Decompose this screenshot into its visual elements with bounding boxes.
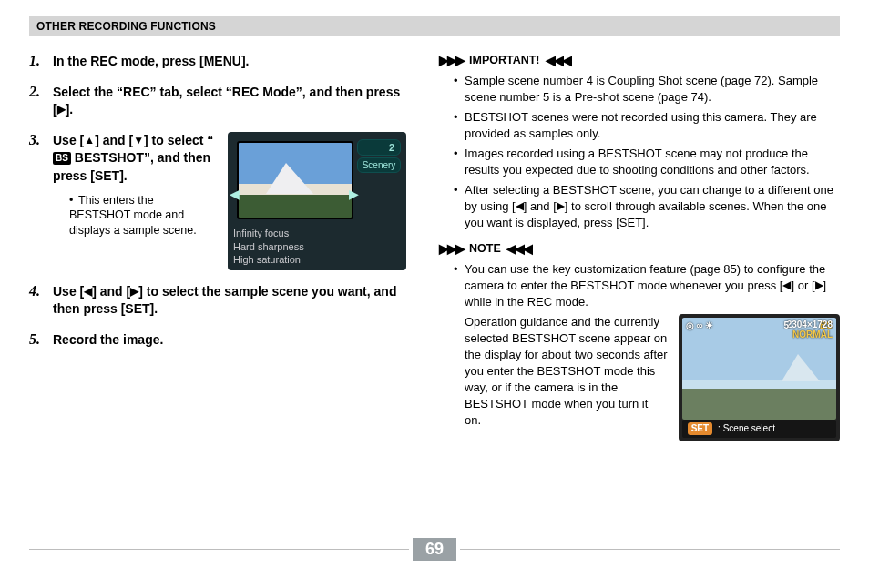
footer-rule-left (29, 549, 409, 550)
bullet-item: After selecting a BESTSHOT scene, you ca… (454, 182, 840, 231)
bullet-item: Sample scene number 4 is Coupling Shot s… (454, 73, 840, 106)
set-button-icon: SET (688, 422, 712, 435)
text: Use [ (53, 284, 84, 299)
sample-scene-thumbnail (237, 141, 353, 219)
text: You can use the key customization featur… (465, 261, 840, 310)
lcd-resolution: 2304×1728 NORMAL (787, 319, 833, 340)
text: ]. (66, 102, 74, 117)
right-column: ▶▶▶ IMPORTANT! ◀◀◀ Sample scene number 4… (439, 53, 840, 452)
bestshot-display-figure: ◎ ∞ ☀ BS 2304×1728 NORMAL 5 SET : Scene … (679, 314, 840, 441)
step-title: Select the “REC” tab, select “REC Mode”,… (53, 84, 406, 119)
heading-label: IMPORTANT! (469, 54, 540, 66)
right-arrow-icon: ▶ (57, 102, 66, 117)
scroll-right-icon: ▶ (349, 187, 359, 201)
bullet-item: You can use the key customization featur… (454, 261, 840, 441)
text: After selecting a BESTSHOT scene, you ca… (465, 183, 833, 229)
up-arrow-icon: ▲ (84, 133, 95, 148)
bestshot-lcd-figure: ◀ ▶ 2 Scenery Infinity focus Hard sharpn… (228, 132, 406, 270)
important-bullets: Sample scene number 4 is Coupling Shot s… (454, 73, 840, 230)
guide-text: : Scene select (718, 422, 775, 435)
right-arrow-icon: ▶ (130, 284, 138, 299)
text: ] or [ (791, 279, 814, 292)
step-1: 1. In the REC mode, press [MENU]. (29, 53, 406, 71)
step-sub-bullet: •This enters the BESTSHOT mode and displ… (69, 193, 217, 239)
bullet-item: Images recorded using a BESTSHOT scene m… (454, 146, 840, 178)
ornament-right-icon: ◀◀◀ (546, 53, 570, 67)
scene-name: Scenery (357, 157, 401, 173)
left-arrow-icon: ◀ (782, 278, 791, 293)
ornament-right-icon: ◀◀◀ (506, 241, 531, 256)
lcd-sidebar: 2 Scenery (357, 139, 401, 173)
text: Use [ (53, 133, 84, 147)
text: BESTSHOT”, and then press [SET]. (53, 150, 210, 183)
ornament-left-icon: ▶▶▶ (439, 53, 464, 67)
mode-icons: ◎ ∞ ☀ (686, 319, 714, 332)
step-title: Use [◀] and [▶] to select the sample sce… (53, 283, 406, 319)
down-arrow-icon: ▼ (133, 133, 144, 148)
bs-badge-icon: BS (53, 152, 71, 165)
text: You can use the key customization featur… (465, 262, 825, 292)
step-number: 5. (29, 331, 46, 348)
step-number: 3. (29, 132, 46, 148)
step-number: 4. (29, 283, 46, 299)
step-title: In the REC mode, press [MENU]. (53, 53, 249, 71)
step-3: 3. Use [▲] and [▼] to select “BS BESTSHO… (29, 132, 406, 270)
text: Sample scene number 4 is Coupling Shot s… (465, 74, 818, 104)
page-number: 69 (413, 538, 456, 561)
right-arrow-icon: ▶ (557, 198, 565, 214)
text: Images recorded using a BESTSHOT scene m… (465, 147, 810, 177)
text: ] and [ (524, 199, 557, 213)
important-heading: ▶▶▶ IMPORTANT! ◀◀◀ (439, 53, 840, 67)
quality-value: NORMAL (787, 329, 833, 340)
frames-remaining: 5 (783, 319, 789, 332)
footer-rule-right (460, 549, 840, 550)
note-heading: ▶▶▶ NOTE ◀◀◀ (439, 241, 840, 256)
note-bullets: You can use the key customization featur… (454, 261, 840, 441)
text: Select the “REC” tab, select “REC Mode”,… (53, 85, 400, 117)
attr-line: Infinity focus (233, 227, 401, 240)
left-arrow-icon: ◀ (84, 284, 92, 299)
text: ] and [ (92, 284, 130, 299)
text: BESTSHOT scenes were not recorded using … (465, 110, 817, 140)
resolution-value: 2304×1728 (787, 319, 833, 329)
step-4: 4. Use [◀] and [▶] to select the sample … (29, 283, 406, 319)
ornament-left-icon: ▶▶▶ (439, 241, 464, 256)
bullet-dot: • (69, 193, 78, 208)
left-arrow-icon: ◀ (516, 198, 524, 214)
right-arrow-icon: ▶ (815, 278, 823, 293)
bullet-item: BESTSHOT scenes were not recorded using … (454, 109, 840, 142)
text: ] to select “ (144, 133, 213, 147)
lcd-guide-bar: SET : Scene select (682, 420, 836, 438)
heading-label: NOTE (469, 242, 501, 255)
step-title: Use [▲] and [▼] to select “BS BESTSHOT”,… (53, 132, 217, 186)
scroll-left-icon: ◀ (230, 187, 240, 201)
step-5: 5. Record the image. (29, 331, 406, 350)
text: ] and [ (95, 133, 133, 147)
step-2: 2. Select the “REC” tab, select “REC Mod… (29, 84, 406, 119)
note-continuation: Operation guidance and the currently sel… (465, 314, 668, 429)
scene-number: 2 (357, 139, 401, 156)
section-header: OTHER RECORDING FUNCTIONS (29, 16, 840, 36)
page-footer: 69 (29, 538, 840, 561)
left-column: 1. In the REC mode, press [MENU]. 2. Sel… (29, 53, 406, 452)
step-number: 2. (29, 84, 46, 100)
manual-page: OTHER RECORDING FUNCTIONS 1. In the REC … (0, 0, 869, 588)
attr-line: Hard sharpness (233, 240, 401, 254)
content-columns: 1. In the REC mode, press [MENU]. 2. Sel… (29, 53, 840, 452)
scene-attributes: Infinity focus Hard sharpness High satur… (233, 227, 401, 268)
step-title: Record the image. (53, 331, 163, 350)
attr-line: High saturation (233, 253, 401, 267)
step-number: 1. (29, 53, 46, 69)
text: This enters the BESTSHOT mode and displa… (69, 194, 197, 238)
